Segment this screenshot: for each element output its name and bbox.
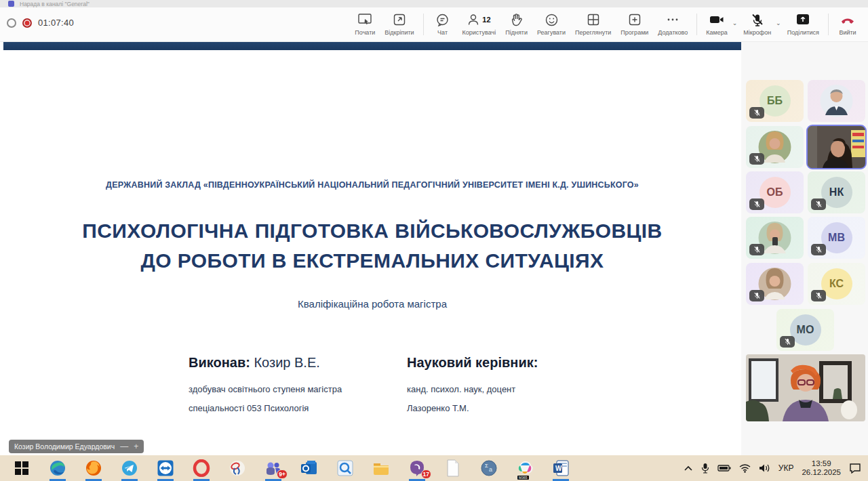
ribbon-app-icon[interactable] bbox=[228, 458, 247, 478]
chat-button[interactable]: Чат bbox=[428, 10, 458, 37]
presenter-name-pill[interactable]: Козир Володимир Едуардович — + bbox=[9, 440, 144, 453]
tray-microphone-icon[interactable] bbox=[701, 463, 709, 474]
microphone-chevron-icon[interactable]: ⌄ bbox=[776, 20, 781, 26]
slide-title: ПСИХОЛОГІЧНА ПІДГОТОВКА ВІЙСЬКОВОСЛУЖБОВ… bbox=[3, 216, 741, 276]
participant-count: 12 bbox=[482, 16, 490, 24]
mic-muted-badge bbox=[780, 336, 795, 348]
meeting-status-ring-icon bbox=[7, 18, 16, 28]
participant-tile[interactable]: ОБ bbox=[746, 171, 804, 213]
notepad-icon[interactable] bbox=[443, 458, 462, 478]
mic-muted-badge bbox=[749, 244, 764, 255]
mic-muted-icon bbox=[751, 12, 764, 28]
participant-avatar bbox=[808, 80, 865, 122]
notification-badge: 17 bbox=[421, 469, 431, 479]
more-button[interactable]: Додатково bbox=[653, 10, 692, 37]
recording-indicator-group: 01:07:40 bbox=[7, 18, 74, 28]
svg-text:Σ: Σ bbox=[485, 463, 488, 469]
camera-button[interactable]: Камера bbox=[701, 10, 732, 37]
mic-muted-badge bbox=[811, 244, 826, 255]
zoom-in-button[interactable]: + bbox=[134, 442, 138, 451]
window-titlebar: Нарада в каналі "General" bbox=[0, 0, 868, 7]
view-grid-icon bbox=[587, 12, 600, 28]
telegram-icon[interactable] bbox=[120, 458, 139, 478]
people-icon bbox=[467, 13, 479, 26]
participant-tile[interactable] bbox=[746, 217, 804, 259]
view-button[interactable]: Переглянути bbox=[570, 10, 616, 37]
supervisor-detail-2: Лазоренко Т.М. bbox=[407, 403, 610, 413]
participant-video bbox=[746, 354, 865, 421]
teams-icon[interactable]: 9+ bbox=[264, 458, 283, 478]
apps-button[interactable]: Програми bbox=[616, 10, 653, 37]
copilot-icon[interactable]: M365 bbox=[515, 458, 534, 478]
unpin-button[interactable]: Відкріпити bbox=[380, 10, 418, 37]
participant-tile[interactable]: НК bbox=[808, 171, 865, 213]
photo-viewer-icon[interactable] bbox=[336, 458, 355, 478]
teamviewer-icon[interactable] bbox=[156, 458, 175, 478]
participant-tile[interactable]: МВ bbox=[808, 217, 865, 259]
notification-center-icon[interactable] bbox=[849, 463, 861, 474]
clock[interactable]: 13:59 26.12.2025 bbox=[802, 459, 841, 477]
microphone-button[interactable]: Мікрофон bbox=[738, 10, 776, 37]
windows-taskbar: 9+ 17 Σa M365 W bbox=[0, 455, 868, 481]
participant-video bbox=[808, 126, 865, 168]
shared-screen-region: ДЕРЖАВНИЙ ЗАКЛАД «ПІВДЕННОУКРАЇНСЬКИЙ НА… bbox=[3, 42, 741, 455]
mic-off-icon bbox=[753, 246, 761, 253]
active-speaker-video[interactable] bbox=[808, 126, 865, 168]
tray-expand-chevron-icon[interactable] bbox=[684, 465, 693, 472]
zoom-out-button[interactable]: — bbox=[120, 442, 128, 451]
tray-battery-icon[interactable] bbox=[717, 464, 731, 472]
participant-tile[interactable] bbox=[746, 263, 804, 305]
participant-video-large[interactable] bbox=[746, 354, 865, 421]
mic-off-icon bbox=[815, 292, 823, 299]
leave-button[interactable]: Вийти bbox=[833, 10, 863, 37]
mic-off-icon bbox=[815, 201, 823, 208]
participant-tile[interactable] bbox=[808, 80, 865, 122]
mic-off-icon bbox=[753, 155, 761, 163]
camera-on-icon bbox=[709, 12, 725, 28]
translator-icon[interactable]: Σa bbox=[479, 458, 498, 478]
mic-muted-badge bbox=[811, 198, 826, 210]
mic-off-icon bbox=[753, 109, 761, 117]
hangup-icon bbox=[840, 12, 856, 28]
participant-tile[interactable]: КС bbox=[808, 263, 865, 305]
tray-wifi-icon[interactable] bbox=[739, 464, 751, 473]
toolbar-buttons: Почати Відкріпити Чат 12 Користувачі bbox=[350, 10, 863, 41]
system-tray: УКР 13:59 26.12.2025 bbox=[684, 459, 861, 477]
edge-icon[interactable] bbox=[48, 458, 67, 478]
camera-chevron-icon[interactable]: ⌄ bbox=[732, 20, 738, 26]
opera-icon[interactable] bbox=[192, 458, 211, 478]
react-button[interactable]: Реагувати bbox=[532, 10, 570, 37]
tray-speaker-icon[interactable] bbox=[759, 463, 770, 473]
mic-off-icon bbox=[784, 338, 791, 346]
present-screen-icon bbox=[357, 12, 372, 28]
start-icon[interactable] bbox=[12, 458, 31, 478]
participant-tile[interactable] bbox=[746, 126, 804, 168]
firefox-icon[interactable] bbox=[84, 458, 103, 478]
file-explorer-icon[interactable] bbox=[372, 458, 391, 478]
language-indicator[interactable]: УКР bbox=[778, 463, 794, 473]
executor-detail-2: спеціальності 053 Психологія bbox=[189, 403, 392, 413]
toolbar-separator bbox=[423, 14, 424, 35]
share-button[interactable]: Поділитися bbox=[783, 10, 824, 37]
viber-icon[interactable]: 17 bbox=[408, 458, 427, 478]
word-icon[interactable]: W bbox=[551, 458, 570, 478]
raise-hand-button[interactable]: Підняти bbox=[500, 10, 532, 37]
start-present-button[interactable]: Почати bbox=[350, 10, 380, 37]
unpin-icon bbox=[393, 12, 406, 28]
participant-tile[interactable]: ББ bbox=[746, 80, 804, 122]
participants-sidebar: ББ bbox=[741, 42, 868, 455]
executor-detail-1: здобувач освітнього ступеня магістра bbox=[189, 384, 392, 394]
react-smiley-icon bbox=[545, 12, 559, 28]
executor-label: Виконав: bbox=[189, 355, 250, 370]
participant-tile[interactable]: МО bbox=[776, 309, 834, 351]
toolbar-separator bbox=[828, 14, 829, 35]
slide-subtitle: Кваліфікаційна робота магістра bbox=[3, 298, 741, 310]
mic-muted-badge bbox=[749, 107, 764, 119]
participants-button[interactable]: 12 Користувачі bbox=[458, 10, 501, 37]
teams-app-icon bbox=[8, 1, 14, 7]
clock-date: 26.12.2025 bbox=[802, 468, 841, 477]
slide-title-line1: ПСИХОЛОГІЧНА ПІДГОТОВКА ВІЙСЬКОВОСЛУЖБОВ… bbox=[3, 216, 741, 246]
meeting-timer: 01:07:40 bbox=[38, 18, 74, 28]
outlook-icon[interactable] bbox=[300, 458, 319, 478]
svg-text:a: a bbox=[489, 466, 492, 473]
